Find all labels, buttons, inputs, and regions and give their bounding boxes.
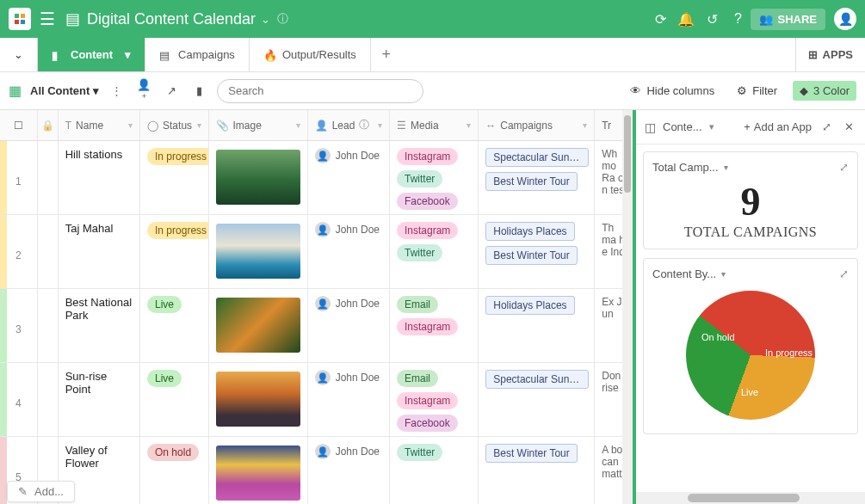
add-app-button[interactable]: +Add an App	[744, 120, 812, 133]
row-number[interactable]: 2	[0, 215, 38, 288]
media-tag[interactable]: Instagram	[397, 392, 458, 409]
media-tag[interactable]: Instagram	[397, 222, 458, 239]
bell-icon[interactable]: 🔔	[673, 11, 699, 28]
media-tag[interactable]: Instagram	[397, 148, 458, 165]
cell-status[interactable]: Live	[140, 363, 208, 436]
cell-image[interactable]	[209, 289, 308, 362]
cell-campaigns[interactable]: Spectacular Sunrise...Best Winter Tour	[479, 141, 595, 214]
campaign-tag[interactable]: Holidays Places	[485, 222, 574, 241]
filter-button[interactable]: ⚙Filter	[730, 81, 784, 101]
search-input[interactable]	[217, 79, 423, 103]
media-tag[interactable]: Email	[397, 296, 438, 313]
info-icon[interactable]: ⓘ	[277, 11, 288, 27]
history-icon[interactable]: ↺	[699, 11, 725, 28]
cell-image[interactable]	[209, 215, 308, 288]
col-image[interactable]: 📎Image▾	[209, 110, 308, 140]
cell-media[interactable]: EmailInstagram	[390, 289, 479, 362]
expand-sidebar-button[interactable]: ⌄	[0, 38, 38, 71]
expand-panel-icon[interactable]: ⤢	[819, 120, 834, 133]
cell-name[interactable]: Sun-rise Point	[59, 363, 140, 436]
media-tag[interactable]: Twitter	[397, 244, 442, 261]
cell-lead[interactable]: 👤John Doe	[308, 289, 390, 362]
app-logo[interactable]	[9, 8, 31, 30]
cell-status[interactable]: In progress	[140, 215, 208, 288]
media-tag[interactable]: Instagram	[397, 318, 458, 335]
col-checkbox[interactable]: ☐	[0, 110, 38, 140]
cell-lead[interactable]: 👤John Doe	[308, 363, 390, 436]
panel-title[interactable]: Conte...	[663, 120, 702, 133]
share-view-icon[interactable]: ↗	[162, 84, 181, 97]
cell-name[interactable]: Hill stations	[59, 141, 140, 214]
view-options-icon[interactable]: ⋮	[108, 84, 126, 97]
media-tag[interactable]: Twitter	[397, 444, 442, 461]
table-row[interactable]: 5Valley of FlowerOn hold👤John DoeTwitter…	[0, 437, 633, 504]
table-row[interactable]: 3Best National ParkLive👤John DoeEmailIns…	[0, 289, 633, 363]
col-lead[interactable]: 👤Leadⓘ▾	[308, 110, 390, 140]
col-name[interactable]: TName▾	[59, 110, 140, 140]
expand-card-icon[interactable]: ⤢	[839, 161, 849, 174]
add-row-button[interactable]: ✎Add...	[7, 481, 75, 502]
campaign-tag[interactable]: Spectacular Sunrise...	[485, 148, 589, 167]
chevron-down-icon[interactable]: ▾	[125, 48, 131, 61]
row-number[interactable]: 1	[0, 141, 38, 214]
row-number[interactable]: 3	[0, 289, 38, 362]
media-tag[interactable]: Email	[397, 370, 438, 387]
vertical-scrollbar[interactable]	[622, 110, 633, 504]
sync-icon[interactable]: ⟳	[647, 11, 673, 28]
campaign-tag[interactable]: Spectacular Sunrise...	[485, 370, 589, 389]
view-selector[interactable]: All Content▾	[30, 84, 99, 97]
cell-lead[interactable]: 👤John Doe	[308, 141, 390, 214]
row-number[interactable]: 4	[0, 363, 38, 436]
cell-image[interactable]	[209, 141, 308, 214]
tab-output-results[interactable]: 🔥Output/Results	[250, 38, 371, 71]
cell-status[interactable]: In progress	[140, 141, 208, 214]
share-button[interactable]: 👥SHARE	[751, 9, 825, 30]
table-row[interactable]: 1Hill stationsIn progress👤John DoeInstag…	[0, 141, 633, 215]
add-user-icon[interactable]: 👤⁺	[134, 78, 153, 104]
media-tag[interactable]: Twitter	[397, 170, 442, 187]
table-row[interactable]: 2Taj MahalIn progress👤John DoeInstagramT…	[0, 215, 633, 289]
cell-lead[interactable]: 👤John Doe	[308, 437, 390, 504]
cell-status[interactable]: On hold	[140, 437, 208, 504]
cell-name[interactable]: Best National Park	[59, 289, 140, 362]
cell-name[interactable]: Taj Mahal	[59, 215, 140, 288]
chevron-down-icon[interactable]: ▾	[709, 121, 714, 132]
title-chevron-down-icon[interactable]: ⌄	[261, 13, 270, 26]
chevron-down-icon[interactable]: ▾	[724, 163, 728, 172]
colors-button[interactable]: ◆3 Color	[793, 81, 856, 101]
table-row[interactable]: 4Sun-rise PointLive👤John DoeEmailInstagr…	[0, 363, 633, 437]
card-layout-icon[interactable]: ▮	[189, 84, 208, 97]
expand-card-icon[interactable]: ⤢	[839, 267, 849, 280]
cell-campaigns[interactable]: Spectacular Sunrise...	[479, 363, 595, 436]
chevron-down-icon[interactable]: ▾	[721, 269, 726, 279]
cell-image[interactable]	[209, 363, 308, 436]
horizontal-scrollbar[interactable]	[636, 492, 865, 504]
tab-campaigns[interactable]: ▤Campaigns	[145, 38, 250, 71]
cell-campaigns[interactable]: Holidays Places	[479, 289, 595, 362]
grid-view-icon[interactable]: ▦	[9, 83, 22, 99]
menu-icon[interactable]: ☰	[40, 9, 55, 29]
cell-media[interactable]: Twitter	[390, 437, 479, 504]
cell-image[interactable]	[209, 437, 308, 504]
cell-media[interactable]: EmailInstagramFacebook	[390, 363, 479, 436]
close-panel-icon[interactable]: ✕	[841, 120, 856, 133]
help-icon[interactable]: ?	[725, 11, 751, 27]
cell-campaigns[interactable]: Holidays PlacesBest Winter Tour	[479, 215, 595, 288]
cell-campaigns[interactable]: Best Winter Tour	[479, 437, 595, 504]
media-tag[interactable]: Facebook	[397, 193, 458, 210]
col-media[interactable]: ☰Media▾	[390, 110, 479, 140]
campaign-tag[interactable]: Best Winter Tour	[485, 444, 577, 463]
tab-content[interactable]: ▮Content▾	[38, 38, 145, 71]
cell-media[interactable]: InstagramTwitterFacebook	[390, 141, 479, 214]
campaign-tag[interactable]: Best Winter Tour	[485, 172, 577, 191]
col-campaigns[interactable]: ↔Campaigns▾	[479, 110, 595, 140]
add-tab-button[interactable]: +	[371, 38, 402, 71]
apps-button[interactable]: ⊞APPS	[795, 38, 865, 71]
col-status[interactable]: ◯Status▾	[140, 110, 208, 140]
hide-columns-button[interactable]: 👁Hide columns	[623, 81, 721, 101]
campaign-tag[interactable]: Holidays Places	[485, 296, 574, 315]
doc-title[interactable]: Digital Content Calendar	[87, 10, 256, 28]
media-tag[interactable]: Facebook	[397, 415, 458, 432]
campaign-tag[interactable]: Best Winter Tour	[485, 246, 577, 265]
cell-media[interactable]: InstagramTwitter	[390, 215, 479, 288]
